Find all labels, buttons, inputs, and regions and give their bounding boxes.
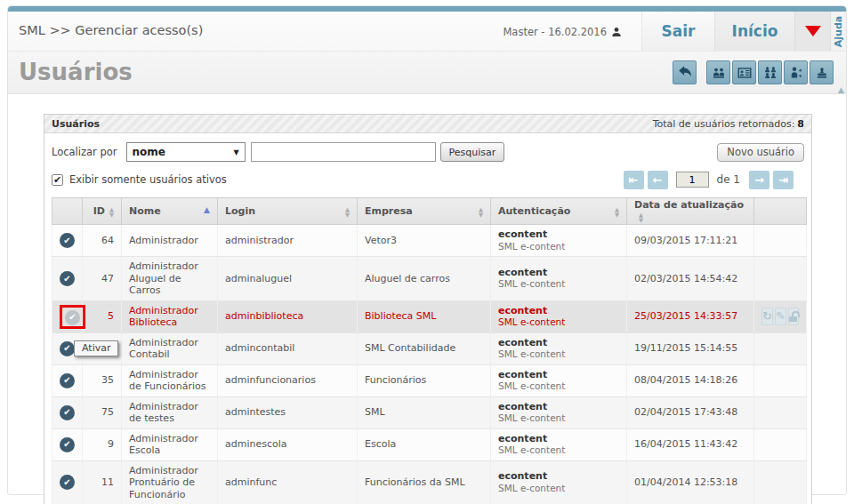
total-label: Total de usuários retornados: [653,118,795,130]
undo-button[interactable] [673,60,697,84]
auth-primary: econtent [498,228,619,241]
column-header-nome[interactable]: Nome▲ [122,198,218,225]
page-number-input[interactable] [676,172,709,188]
inactive-check-icon[interactable]: ✔ [65,310,80,325]
app-window: SML >> Gerenciar acesso(s) Master - 16.0… [7,5,847,495]
id-cell: 11 [83,460,122,504]
page-of-label: de 1 [717,173,740,186]
search-field-value: nome [133,146,165,158]
nome-cell: Administrador Aluguel de Carros [122,257,218,301]
column-label: Data de atualização [634,199,744,211]
org-chart-button[interactable] [758,60,782,84]
auth-primary: econtent [498,433,619,445]
sort-both-icon: ▲▼ [345,207,350,218]
actions-cell [754,332,807,364]
active-check-icon[interactable]: ✔ [60,475,75,490]
top-bar: SML >> Gerenciar acesso(s) Master - 16.0… [8,12,846,52]
table-row: ✔Ativar5Administrador Bibliotecaadminbib… [52,300,807,332]
breadcrumb: SML >> Gerenciar acesso(s) [19,23,203,37]
updated-cell: 09/03/2015 17:11:21 [627,225,754,257]
status-cell: ✔ [52,364,83,396]
org-chart-icon [763,66,777,80]
user-card-button[interactable] [732,60,756,84]
autenticacao-cell: econtentSML e-content [491,460,627,504]
stamp-button[interactable] [810,60,834,84]
menu-dropdown-button[interactable] [794,12,830,51]
auth-secondary: SML e-content [498,348,619,361]
auth-secondary: SML e-content [498,483,619,495]
collapse-arrow-icon[interactable]: ▲ [838,85,844,94]
active-check-icon[interactable]: ✔ [60,437,75,452]
active-check-icon[interactable]: ✔ [60,341,75,356]
home-button[interactable]: Início [714,12,794,51]
empresa-cell: SML [358,396,491,428]
prev-page-button[interactable]: ← [648,171,668,189]
login-cell: adminfunc [218,460,358,504]
search-label: Localizar por [52,146,117,158]
active-check-icon[interactable]: ✔ [60,373,75,388]
actions-cell [754,225,807,257]
active-check-icon[interactable]: ✔ [60,405,75,420]
panel-title: Usuários [52,118,100,130]
table-body: ✔64AdministradoradministradorVetor3econt… [52,225,807,504]
refresh-icon[interactable]: ↻ [761,308,773,325]
autenticacao-cell: econtentSML e-content [491,225,627,257]
table-row: ✔64AdministradoradministradorVetor3econt… [52,225,807,257]
column-label: Login [225,205,255,217]
column-header-data[interactable]: Data de atualização▲▼ [627,198,754,225]
user-card-icon [737,66,752,80]
id-cell: 9 [83,428,122,460]
last-page-button[interactable]: ⇥ [773,171,794,189]
active-only-checkbox[interactable]: ✔ [52,174,63,186]
nome-cell: Administrador de Funcionários [122,364,218,396]
active-check-icon[interactable]: ✔ [60,271,75,286]
table-row: ✔47Administrador Aluguel de Carrosadmina… [52,257,807,301]
unlock-icon[interactable] [788,308,799,325]
auth-secondary: SML e-content [498,444,619,457]
help-tab[interactable]: Ajuda [830,12,846,51]
auth-primary: econtent [498,470,619,483]
search-input[interactable] [251,142,436,162]
user-icon [611,27,622,37]
column-header-id[interactable]: ID▲▼ [83,198,122,225]
sort-both-icon: ▲▼ [639,212,643,223]
users-group-button[interactable] [706,60,730,84]
updated-cell: 02/03/2015 14:54:42 [627,257,754,301]
active-check-icon[interactable]: ✔ [60,233,75,248]
login-cell: admincontabil [218,332,358,364]
row-action-buttons: ↻✎ [761,308,799,325]
page-title: Usuários [19,59,133,85]
id-cell: 5 [83,300,122,332]
auth-secondary: SML e-content [498,316,619,329]
updated-cell: 08/04/2015 14:18:26 [627,364,754,396]
column-label: Empresa [365,205,413,217]
new-user-button[interactable]: Novo usuário [717,143,804,162]
search-row: Localizar por nome ▼ Pesquisar Novo usuá… [52,142,804,162]
updated-cell: 16/04/2015 11:43:42 [627,428,754,460]
login-cell: adminaluguel [218,257,358,301]
logout-button[interactable]: Sair [641,12,714,51]
table-row: ✔75Administrador de testesadmintestesSML… [52,396,807,428]
search-field-select[interactable]: nome ▼ [126,142,246,162]
search-button[interactable]: Pesquisar [440,142,505,162]
actions-cell [754,364,807,396]
sort-both-icon: ▲▼ [109,207,114,218]
status-cell: ✔ [52,428,83,460]
first-page-button[interactable]: ⇤ [624,171,644,189]
auth-secondary: SML e-content [498,380,619,393]
column-header-login[interactable]: Login▲▼ [218,198,358,225]
auth-primary: econtent [498,267,619,279]
undo-icon [677,65,693,81]
column-header-empty [754,198,807,225]
nome-cell: Administrador Escola [122,428,218,460]
edit-icon[interactable]: ✎ [775,308,786,325]
title-toolbar [673,60,834,84]
next-page-button[interactable]: → [749,171,769,189]
annotation-highlight-box: ✔Ativar [60,305,85,329]
column-header-autenticacao[interactable]: Autenticação▲▼ [491,198,627,225]
column-header-empresa[interactable]: Empresa▲▼ [358,198,491,225]
user-actions-button[interactable] [784,60,808,84]
table-row: ✔11Administrador Prontuário de Funcionár… [52,460,807,504]
title-band: Usuários ▲ [8,52,846,94]
table-row: ✔28Administrador ContabiladmincontabilSM… [52,332,807,364]
